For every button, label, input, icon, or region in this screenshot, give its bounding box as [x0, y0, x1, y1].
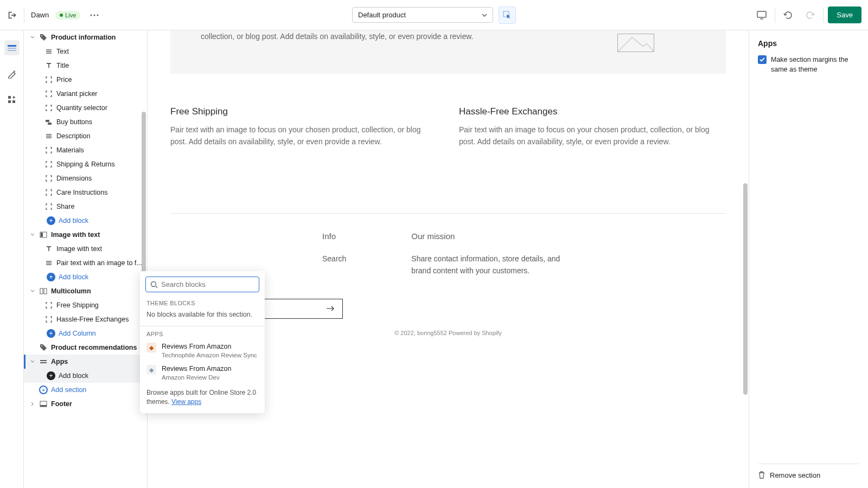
col-title: Free Shipping — [170, 106, 437, 117]
app-name: Reviews From Amazon — [162, 343, 257, 351]
remove-section-button[interactable]: Remove section — [758, 464, 859, 479]
preview-multicolumn: Free Shipping Pair text with an image to… — [170, 74, 726, 181]
block-item[interactable]: Hassle-Free Exchanges — [24, 312, 147, 326]
block-item[interactable]: Quantity selector — [24, 101, 147, 115]
more-button[interactable] — [87, 8, 102, 23]
block-item[interactable]: Share — [24, 200, 147, 214]
block-item[interactable]: Title — [24, 59, 147, 73]
block-item[interactable]: Shipping & Returns — [24, 157, 147, 171]
section-apps[interactable]: Apps — [24, 355, 147, 369]
add-column-button[interactable]: + Add Column — [24, 326, 147, 341]
block-item[interactable]: Image with text — [24, 242, 147, 256]
block-icon — [44, 104, 53, 112]
svg-rect-24 — [618, 34, 654, 52]
inspector-button[interactable] — [499, 7, 516, 24]
block-item[interactable]: Text — [24, 44, 147, 59]
checkbox-label: Make section margins the same as theme — [771, 55, 859, 74]
caret-down-icon — [29, 34, 36, 41]
app-block-option[interactable]: ◆Reviews From AmazonAmazon Review Dev — [140, 362, 265, 384]
add-column-label: Add Column — [59, 330, 96, 337]
section-product-information[interactable]: Product information — [24, 30, 147, 44]
app-block-option[interactable]: ◆Reviews From AmazonTechnophile Amazon R… — [140, 339, 265, 362]
block-label: Variant picker — [56, 90, 98, 98]
template-select[interactable]: Default product — [352, 7, 493, 23]
arrow-right-icon — [326, 306, 335, 311]
section-footer[interactable]: Footer — [24, 397, 147, 411]
desktop-view-icon[interactable] — [753, 7, 770, 24]
app-name: Reviews From Amazon — [162, 365, 232, 373]
search-icon — [150, 281, 158, 288]
tag-icon — [39, 343, 48, 352]
add-block-button[interactable]: + Add block — [24, 369, 147, 383]
footer-info: Info Search — [322, 230, 346, 277]
tag-icon — [39, 33, 48, 42]
block-icon — [44, 301, 53, 310]
checkbox-checked-icon[interactable] — [758, 55, 767, 64]
main: Product information TextTitlePriceVarian… — [0, 30, 868, 488]
add-block-button[interactable]: + Add block — [24, 214, 147, 228]
section-label: Apps — [51, 358, 68, 365]
svg-rect-7 — [8, 48, 16, 49]
block-item[interactable]: Description — [24, 129, 147, 143]
svg-rect-8 — [8, 50, 16, 51]
preview-text: collection, or blog post. Add details on… — [201, 30, 576, 52]
preview-scrollbar[interactable] — [743, 31, 748, 487]
svg-rect-17 — [40, 288, 43, 294]
block-item[interactable]: Care Instructions — [24, 185, 147, 200]
right-panel: Apps Make section margins the same as th… — [749, 30, 868, 488]
divider — [24, 8, 24, 23]
block-item[interactable]: Price — [24, 73, 147, 87]
section-label: Image with text — [51, 231, 100, 239]
caret-down-icon — [29, 288, 36, 294]
apps-icon — [39, 357, 48, 366]
footer-mission: Our mission Share contact information, s… — [411, 230, 563, 277]
add-block-button[interactable]: + Add block — [24, 270, 147, 284]
image-placeholder-icon — [576, 30, 695, 52]
section-product-recommendations[interactable]: Product recommendations — [24, 341, 147, 355]
block-item[interactable]: Materials — [24, 143, 147, 157]
app-icon: ◆ — [146, 365, 156, 375]
add-block-label: Add block — [59, 217, 88, 224]
topbar-right: Save — [753, 7, 861, 24]
popover-section-heading: THEME BLOCKS — [140, 298, 265, 309]
rail-sections-icon[interactable] — [4, 40, 20, 55]
add-block-label: Add block — [59, 372, 88, 380]
exit-icon[interactable] — [7, 10, 17, 21]
block-item[interactable]: Variant picker — [24, 87, 147, 101]
plus-icon: + — [39, 386, 48, 394]
svg-point-12 — [41, 35, 42, 36]
block-item[interactable]: Pair text with an image to f... — [24, 256, 147, 270]
footer-body: Share contact information, store details… — [411, 253, 563, 277]
view-apps-link[interactable]: View apps — [171, 398, 201, 406]
rail-apps-icon[interactable] — [4, 92, 20, 107]
footer-link[interactable]: Search — [322, 253, 346, 265]
no-blocks-message: No blocks available for this section. — [140, 309, 265, 324]
remove-label: Remove section — [770, 471, 820, 479]
section-image-with-text[interactable]: Image with text — [24, 228, 147, 242]
sidebar-scrollbar[interactable] — [142, 31, 146, 487]
sidebar[interactable]: Product information TextTitlePriceVarian… — [24, 30, 148, 488]
add-section-button[interactable]: + Add section — [24, 383, 147, 397]
save-button[interactable]: Save — [828, 7, 861, 23]
svg-rect-14 — [48, 123, 52, 125]
search-field[interactable] — [161, 280, 254, 288]
block-item[interactable]: Free Shipping — [24, 298, 147, 312]
svg-rect-5 — [760, 18, 763, 20]
section-multicolumn[interactable]: Multicolumn — [24, 284, 147, 298]
block-item[interactable]: Buy buttons — [24, 115, 147, 129]
divider — [775, 8, 775, 23]
svg-point-25 — [151, 281, 156, 286]
margin-checkbox-row[interactable]: Make section margins the same as theme — [758, 55, 859, 74]
block-icon — [44, 118, 53, 126]
app-subtitle: Amazon Review Dev — [162, 374, 232, 381]
block-item[interactable]: Dimensions — [24, 171, 147, 185]
search-blocks-input[interactable] — [145, 277, 259, 292]
rail-theme-icon[interactable] — [4, 66, 20, 81]
block-label: Hassle-Free Exchanges — [56, 316, 129, 323]
redo-icon[interactable] — [801, 7, 819, 24]
block-picker-popover: THEME BLOCKS No blocks available for thi… — [140, 271, 265, 413]
undo-icon[interactable] — [780, 7, 797, 24]
col-body: Pair text with an image to focus on your… — [170, 124, 437, 148]
block-icon — [44, 89, 53, 98]
live-badge: Live — [55, 11, 80, 20]
